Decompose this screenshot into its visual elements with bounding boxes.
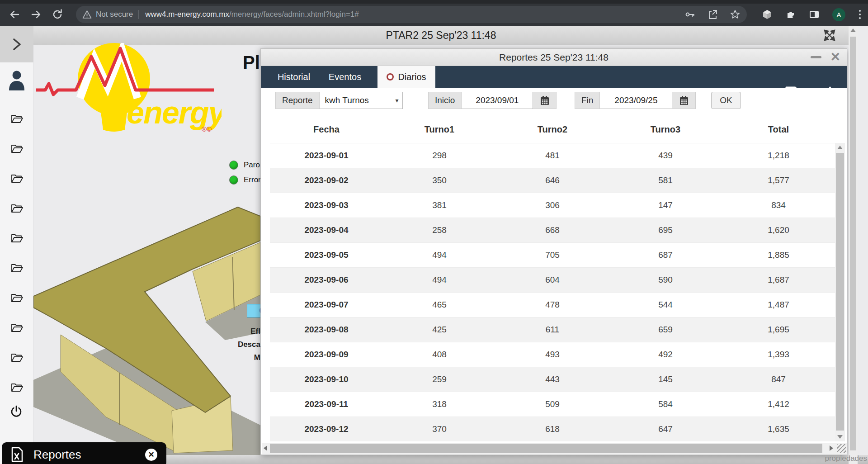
cell-value: 705: [496, 243, 609, 267]
table-row[interactable]: 2023-09-042586686951,620: [270, 218, 835, 242]
warning-icon: [82, 10, 92, 19]
error-status-led: [229, 175, 238, 185]
not-secure-label: Not secure: [96, 10, 133, 19]
tab-historial[interactable]: Historial: [269, 66, 319, 88]
reporte-select[interactable]: kwh Turnos ▾: [320, 92, 403, 109]
sidebar-expand-button[interactable]: [0, 26, 33, 62]
table-row[interactable]: 2023-09-054947056871,885: [270, 242, 835, 267]
cell-value: 439: [609, 143, 722, 168]
scroll-right-button[interactable]: [830, 445, 833, 451]
url-bar[interactable]: Not secure www4.m-energy.com.mx/menergy/…: [76, 6, 747, 23]
column-header[interactable]: Total: [722, 124, 835, 135]
column-header[interactable]: Turno1: [383, 124, 496, 135]
fin-date-input[interactable]: 2023/09/25: [600, 92, 672, 109]
sidebar-item-folder[interactable]: [0, 133, 33, 163]
cell-fecha: 2023-09-02: [270, 168, 383, 193]
cell-value: 544: [609, 293, 722, 317]
taskbar-label: Reportes: [33, 448, 81, 462]
profile-avatar[interactable]: A: [832, 8, 845, 21]
dialog-minimize-button[interactable]: [811, 56, 821, 58]
fullscreen-button[interactable]: [823, 29, 836, 43]
scroll-down-button[interactable]: [837, 435, 843, 439]
sidebar-item-folder[interactable]: [0, 193, 33, 223]
sidebar-item-logout[interactable]: [10, 405, 23, 420]
taskbar-close-button[interactable]: ✕: [145, 449, 157, 461]
effluent-label-line: M: [199, 351, 260, 364]
page-scroll-thumb[interactable]: [850, 37, 856, 450]
site-security[interactable]: Not secure: [82, 10, 133, 19]
table-row[interactable]: 2023-09-03381306147834: [270, 193, 835, 218]
column-header[interactable]: Fecha: [270, 124, 383, 135]
menu-kebab-icon[interactable]: [858, 9, 862, 20]
scroll-up-button[interactable]: [837, 146, 843, 149]
table-row[interactable]: 2023-09-012984814391,218: [270, 143, 835, 168]
page-title: PTAR2 25 Sep'23 11:48: [386, 29, 496, 42]
omnibox-divider: [138, 10, 139, 19]
cell-value: 318: [383, 392, 496, 417]
sidebar-item-folder[interactable]: [0, 223, 33, 253]
table-row[interactable]: 2023-09-023506465811,577: [270, 168, 835, 193]
table-row[interactable]: 2023-09-123706186471,635: [270, 417, 835, 441]
page-scrollbar[interactable]: [849, 26, 858, 464]
sidebar-item-folder[interactable]: [0, 342, 33, 372]
table-row[interactable]: 2023-09-10259443145847: [270, 367, 835, 392]
resize-grip[interactable]: [837, 444, 846, 453]
cell-fecha: 2023-09-10: [270, 367, 383, 392]
back-icon: [9, 9, 20, 20]
cell-value: 1,412: [722, 392, 835, 417]
column-header[interactable]: Turno2: [496, 124, 609, 135]
propiedades-link[interactable]: propiedades: [825, 454, 867, 463]
table-row[interactable]: 2023-09-113185095841,412: [270, 392, 835, 417]
sidebar-item-user[interactable]: [9, 70, 25, 93]
sidebar-item-folder[interactable]: [0, 372, 33, 402]
password-key-icon[interactable]: [684, 9, 695, 20]
table-row[interactable]: 2023-09-064946045901,687: [270, 267, 835, 292]
sidebar-item-folder[interactable]: [0, 163, 33, 193]
table-horizontal-scrollbar[interactable]: [262, 443, 847, 454]
reporte-selected-value: kwh Turnos: [325, 95, 369, 105]
cell-value: 381: [383, 193, 496, 218]
scroll-left-button[interactable]: [264, 445, 267, 451]
table-row[interactable]: 2023-09-094084934921,393: [270, 342, 835, 367]
vertical-scroll-thumb[interactable]: [836, 153, 844, 431]
inicio-date-input[interactable]: 2023/09/01: [462, 92, 533, 109]
forward-button[interactable]: [28, 7, 44, 22]
tab-eventos[interactable]: Eventos: [321, 66, 368, 88]
horizontal-scroll-thumb[interactable]: [270, 444, 822, 453]
cell-value: 834: [722, 193, 835, 218]
url-host: www4.m-energy.com.mx: [145, 10, 229, 19]
sidebar-item-folder[interactable]: [0, 283, 33, 312]
table-row[interactable]: 2023-09-084256116591,695: [270, 317, 835, 342]
share-icon[interactable]: [707, 9, 718, 20]
back-button[interactable]: [7, 7, 22, 22]
sidebar-item-folder[interactable]: [0, 312, 33, 342]
page-scroll-up-button[interactable]: [850, 28, 856, 32]
inicio-calendar-button[interactable]: [533, 92, 557, 109]
dialog-close-button[interactable]: ✕: [830, 50, 840, 64]
ok-button[interactable]: OK: [711, 92, 741, 109]
cell-value: 509: [496, 392, 609, 417]
fin-calendar-button[interactable]: [672, 92, 696, 109]
extension-cube-icon[interactable]: [762, 9, 773, 20]
cell-value: 590: [609, 268, 722, 292]
table-row[interactable]: 2023-09-074654785441,487: [270, 292, 835, 317]
cell-value: 1,218: [722, 143, 835, 168]
table-vertical-scrollbar[interactable]: [835, 143, 845, 441]
cell-value: 258: [383, 218, 496, 242]
extensions-puzzle-icon[interactable]: [785, 9, 796, 20]
side-panel-icon[interactable]: [809, 9, 820, 20]
taskbar-reportes[interactable]: Reportes ✕: [2, 442, 166, 464]
column-header[interactable]: Turno3: [609, 124, 722, 135]
cell-value: 1,577: [722, 168, 835, 193]
dialog-titlebar[interactable]: Reportes 25 Sep'23 11:48 ✕: [261, 49, 847, 66]
cell-value: 668: [496, 218, 609, 242]
tab-diarios[interactable]: Diarios: [377, 66, 435, 88]
reload-button[interactable]: [50, 7, 65, 22]
cell-value: 370: [383, 417, 496, 441]
cell-value: 659: [609, 317, 722, 342]
sidebar-item-folder[interactable]: [0, 104, 33, 133]
sidebar-item-folder[interactable]: [0, 253, 33, 283]
fin-addon-label: Fin: [575, 92, 600, 109]
cell-value: 408: [383, 342, 496, 367]
bookmark-star-icon[interactable]: [730, 9, 741, 20]
